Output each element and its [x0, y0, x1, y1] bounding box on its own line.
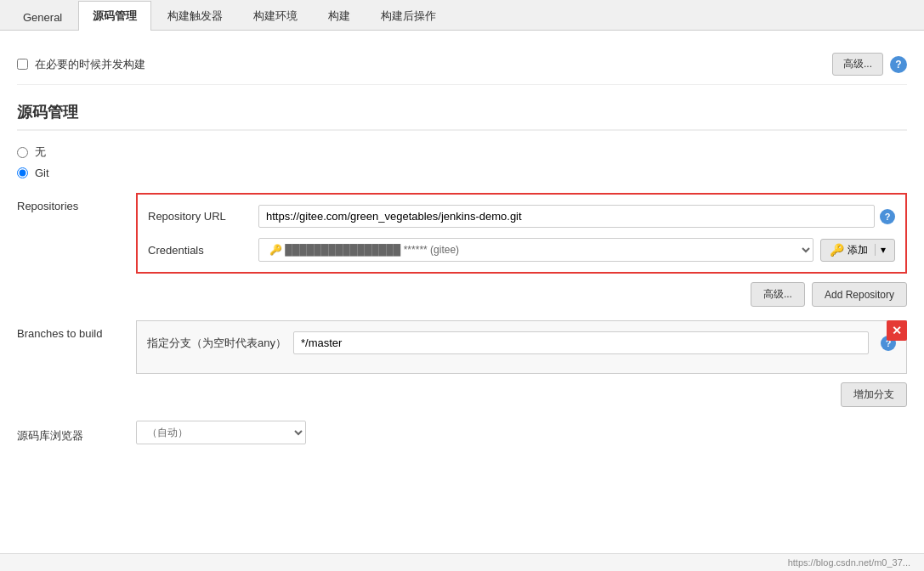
branches-section: Branches to build ✕ 指定分支（为空时代表any） ? 增加分…	[17, 320, 907, 407]
section-title: 源码管理	[17, 102, 907, 131]
add-credentials-label: 添加	[847, 243, 868, 257]
top-advanced-button[interactable]: 高级...	[832, 53, 883, 76]
credentials-label: Credentials	[148, 244, 258, 257]
repo-advanced-button[interactable]: 高级...	[751, 282, 805, 307]
radio-git-row: Git	[17, 167, 907, 179]
radio-none-label: 无	[35, 144, 46, 160]
source-browser-section: 源码库浏览器 （自动）	[17, 421, 907, 444]
radio-git-label: Git	[35, 167, 49, 179]
tab-source[interactable]: 源码管理	[78, 1, 151, 31]
add-branch-button[interactable]: 增加分支	[841, 382, 907, 407]
repo-url-row: Repository URL ?	[148, 205, 895, 228]
repo-box: Repository URL ? Credentials 🔑 █████████…	[136, 193, 907, 274]
repo-url-label: Repository URL	[148, 210, 258, 223]
remove-branch-button[interactable]: ✕	[887, 320, 907, 341]
add-repository-button[interactable]: Add Repository	[812, 282, 907, 307]
branches-label: Branches to build	[17, 320, 136, 407]
concurrent-build-checkbox[interactable]	[17, 59, 28, 70]
branch-input[interactable]	[293, 331, 869, 354]
top-help-icon[interactable]: ?	[890, 56, 907, 73]
tab-triggers[interactable]: 构建触发器	[153, 1, 237, 31]
repositories-label: Repositories	[17, 193, 136, 307]
branches-box: ✕ 指定分支（为空时代表any） ?	[136, 320, 907, 374]
tab-build[interactable]: 构建	[314, 1, 365, 31]
tab-env[interactable]: 构建环境	[239, 1, 312, 31]
tab-bar: General 源码管理 构建触发器 构建环境 构建 构建后操作	[0, 0, 924, 31]
source-browser-select[interactable]: （自动）	[136, 421, 306, 444]
repo-buttons-row: 高级... Add Repository	[136, 282, 907, 307]
branch-input-label: 指定分支（为空时代表any）	[147, 336, 286, 351]
radio-none[interactable]	[17, 147, 28, 158]
add-credentials-button[interactable]: 🔑 添加 ▾	[820, 239, 895, 262]
radio-none-row: 无	[17, 144, 907, 160]
checkbox-row: 在必要的时候并发构建	[17, 57, 145, 72]
tab-general[interactable]: General	[9, 3, 77, 31]
tab-post[interactable]: 构建后操作	[366, 1, 451, 31]
repo-url-help-icon[interactable]: ?	[880, 209, 895, 224]
source-browser-label: 源码库浏览器	[17, 421, 136, 444]
status-bar: https://blog.csdn.net/m0_37...	[0, 553, 924, 557]
radio-group: 无 Git	[17, 144, 907, 179]
concurrent-build-label: 在必要的时候并发构建	[35, 57, 145, 72]
repositories-section: Repositories Repository URL ? Credential…	[17, 193, 907, 307]
top-section: 在必要的时候并发构建 高级... ?	[17, 44, 907, 85]
key-icon: 🔑	[830, 243, 844, 257]
dropdown-arrow-icon[interactable]: ▾	[875, 244, 886, 256]
credentials-select[interactable]: 🔑 ████████████████ ****** (gitee)	[258, 238, 813, 262]
credentials-row: Credentials 🔑 ████████████████ ****** (g…	[148, 238, 895, 262]
branch-form-row: 指定分支（为空时代表any） ?	[147, 331, 896, 354]
repo-url-input[interactable]	[258, 205, 875, 228]
branch-buttons-row: 增加分支	[136, 382, 907, 407]
radio-git[interactable]	[17, 167, 28, 178]
main-content: 在必要的时候并发构建 高级... ? 源码管理 无 Git Repositori…	[0, 31, 924, 557]
